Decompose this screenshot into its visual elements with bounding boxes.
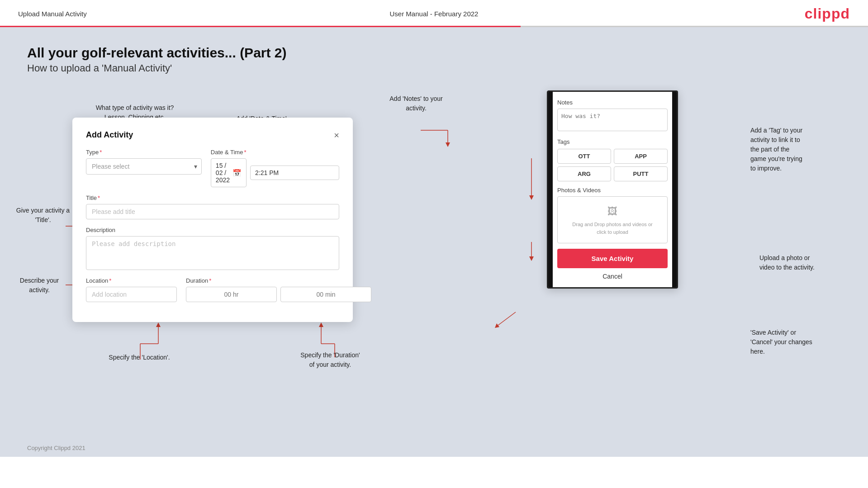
title-label-field: Title* [86,194,339,201]
upload-box[interactable]: 🖼 Drag and Drop photos and videos or cli… [557,196,668,243]
page-center-title: User Manual - February 2022 [390,10,479,18]
annotation-notes: Add 'Notes' to your activity. [380,94,452,113]
tag-ott[interactable]: OTT [557,149,611,164]
page-left-title: Upload Manual Activity [18,10,87,18]
tags-label: Tags [557,138,668,145]
svg-line-29 [498,312,516,326]
notes-label: Notes [557,99,668,106]
datetime-group: Date & Time* 15 / 02 / 2022 📅 [211,149,339,187]
location-input[interactable] [86,287,177,302]
calendar-icon: 📅 [232,169,242,177]
description-group: Description [86,227,339,270]
page-subtitle: How to upload a 'Manual Activity' [27,62,841,74]
date-time-row: 15 / 02 / 2022 📅 [211,158,339,187]
modal-wrapper: Add Activity × Type* Please select ▾ [72,118,353,322]
main-area: All your golf-relevant activities... (Pa… [0,27,868,457]
svg-marker-26 [529,195,534,200]
add-activity-modal: Add Activity × Type* Please select ▾ [72,118,353,322]
annotation-title: Give your activity a 'Title'. [14,206,72,225]
duration-group: Duration* [186,277,371,302]
tags-section: Tags OTT APP ARG PUTT [557,138,668,181]
photos-label: Photos & Videos [557,187,668,194]
datetime-label: Date & Time* [211,149,339,156]
duration-label: Duration* [186,277,371,284]
svg-marker-17 [156,322,161,327]
annotation-tag: Add a 'Tag' to your activity to link it … [750,126,850,173]
tags-grid: OTT APP ARG PUTT [557,149,668,181]
hours-input[interactable] [186,287,277,302]
annotation-location: Specify the 'Location'. [99,353,180,362]
svg-marker-30 [495,323,499,328]
svg-marker-28 [529,256,534,261]
duration-inputs-row [186,287,371,302]
annotation-describe: Describe your activity. [10,276,69,295]
tag-app[interactable]: APP [614,149,668,164]
minutes-input[interactable] [280,287,371,302]
type-select-wrapper: Please select ▾ [86,158,202,175]
annotation-save-cancel: 'Save Activity' or 'Cancel' your changes… [750,328,850,356]
notes-textarea[interactable] [557,109,668,131]
description-textarea[interactable] [86,236,339,270]
type-group: Type* Please select ▾ [86,149,202,187]
tag-putt[interactable]: PUTT [614,166,668,181]
date-input[interactable]: 15 / 02 / 2022 📅 [211,158,247,187]
svg-marker-24 [446,142,450,147]
copyright: Copyright Clippd 2021 [27,445,85,451]
location-duration-row: Location* Duration* [86,277,339,302]
upload-text: Drag and Drop photos and videos or click… [565,221,660,236]
location-group: Location* [86,277,177,302]
upload-icon: 🖼 [565,204,660,219]
svg-marker-21 [319,322,323,327]
location-label: Location* [86,277,177,284]
type-datetime-row: Type* Please select ▾ Date & Time* [86,149,339,187]
save-activity-button[interactable]: Save Activity [557,249,668,268]
photos-section: Photos & Videos 🖼 Drag and Drop photos a… [557,187,668,243]
logo: clippd [805,5,850,22]
type-select[interactable]: Please select [86,158,202,175]
page-title: All your golf-relevant activities... (Pa… [27,45,841,61]
cancel-link[interactable]: Cancel [557,273,668,280]
annotation-upload: Upload a photo or video to the activity. [759,253,850,272]
tag-arg[interactable]: ARG [557,166,611,181]
top-bar: Upload Manual Activity User Manual - Feb… [0,0,868,26]
time-input[interactable] [250,166,339,180]
phone-panel: Notes Tags OTT APP ARG PUTT Photos & Vid… [547,90,678,289]
modal-close-button[interactable]: × [334,131,339,140]
description-label: Description [86,227,339,233]
title-group: Title* [86,194,339,219]
type-label: Type* [86,149,202,156]
annotation-duration: Specify the 'Duration' of your activity. [280,351,380,370]
title-input[interactable] [86,204,339,219]
modal-header: Add Activity × [86,130,339,140]
modal-title: Add Activity [86,130,133,140]
